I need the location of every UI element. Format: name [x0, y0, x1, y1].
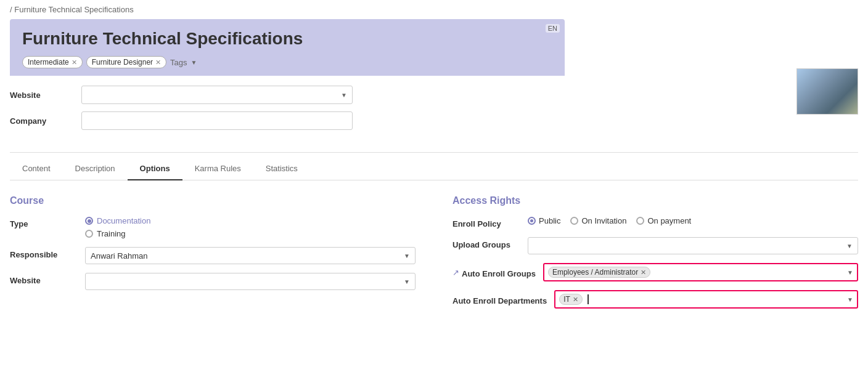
course-website-dropdown-arrow: ▼	[404, 278, 410, 285]
responsible-field: Anwari Rahman ▼	[85, 247, 416, 264]
tag-intermediate-label: Intermediate	[28, 58, 69, 67]
website-label: Website	[10, 91, 72, 100]
upload-groups-input[interactable]: ▼	[528, 237, 858, 254]
company-input[interactable]	[81, 111, 353, 130]
enroll-invitation[interactable]: On Invitation	[570, 216, 626, 225]
auto-enroll-groups-field: Employees / Administrator ✕ ▼	[543, 263, 858, 281]
company-field-row: Company	[10, 111, 441, 130]
auto-enroll-departments-dropdown-arrow[interactable]: ▼	[847, 296, 853, 303]
auto-enroll-groups-label: Auto Enroll Groups	[462, 266, 536, 280]
enroll-invitation-radio[interactable]	[570, 217, 578, 225]
auto-enroll-departments-row: Auto Enroll Departments IT ✕ ▼	[452, 290, 858, 309]
enroll-policy-field: Public On Invitation On payment	[528, 216, 858, 225]
website-dropdown-arrow: ▼	[341, 92, 347, 99]
tabs-row: Content Description Options Karma Rules …	[10, 158, 858, 180]
course-website-input[interactable]: ▼	[85, 273, 416, 290]
auto-enroll-groups-input[interactable]: Employees / Administrator ✕ ▼	[543, 263, 858, 281]
responsible-dropdown-arrow: ▼	[404, 253, 410, 259]
type-training-label: Training	[97, 229, 125, 238]
tab-description[interactable]: Description	[63, 158, 128, 180]
course-col: Course Type Documentation Training	[10, 195, 416, 317]
tab-statistics[interactable]: Statistics	[253, 158, 310, 180]
enroll-options: Public On Invitation On payment	[528, 216, 858, 225]
tab-content[interactable]: Content	[10, 158, 63, 180]
enroll-invitation-label: On Invitation	[581, 216, 626, 225]
responsible-row: Responsible Anwari Rahman ▼	[10, 247, 416, 264]
auto-enroll-groups-dropdown-arrow[interactable]: ▼	[847, 269, 853, 276]
auto-enroll-departments-chip-label: IT	[563, 295, 570, 304]
type-training[interactable]: Training	[85, 229, 416, 238]
tag-furniture-designer-label: Furniture Designer	[92, 58, 153, 67]
course-header: EN Furniture Technical Specifications In…	[10, 19, 565, 76]
tab-karma-rules[interactable]: Karma Rules	[182, 158, 253, 180]
responsible-value: Anwari Rahman	[91, 251, 148, 261]
company-label: Company	[10, 116, 72, 126]
website-field-row: Website ▼	[10, 86, 441, 104]
auto-enroll-groups-chip-label: Employees / Administrator	[552, 268, 638, 277]
type-documentation-label: Documentation	[97, 216, 150, 225]
enroll-payment[interactable]: On payment	[636, 216, 691, 225]
enroll-public-radio[interactable]	[528, 217, 536, 225]
tag-furniture-designer[interactable]: Furniture Designer ✕	[86, 56, 166, 68]
auto-enroll-groups-ext-icon[interactable]: ↗	[452, 268, 459, 277]
tag-intermediate-remove[interactable]: ✕	[72, 59, 77, 67]
enroll-public-label: Public	[539, 216, 560, 225]
enroll-payment-radio[interactable]	[636, 217, 644, 225]
tags-row: Intermediate ✕ Furniture Designer ✕ Tags…	[22, 56, 552, 68]
type-documentation-radio[interactable]	[85, 217, 93, 225]
enroll-policy-row: Enroll Policy Public On Invitation	[452, 216, 858, 228]
course-website-label: Website	[10, 273, 78, 285]
tag-furniture-designer-remove[interactable]: ✕	[155, 59, 161, 67]
auto-enroll-groups-row: ↗ Auto Enroll Groups Employees / Adminis…	[452, 263, 858, 281]
tag-intermediate[interactable]: Intermediate ✕	[22, 56, 83, 68]
tags-label: Tags	[170, 58, 187, 67]
website-input[interactable]: ▼	[81, 86, 353, 104]
enroll-public[interactable]: Public	[528, 216, 560, 225]
divider-1	[10, 152, 858, 153]
type-row: Type Documentation Training	[10, 216, 416, 238]
responsible-input[interactable]: Anwari Rahman ▼	[85, 247, 416, 264]
course-website-field: ▼	[85, 273, 416, 290]
upload-groups-label: Upload Groups	[452, 237, 520, 249]
text-cursor	[588, 294, 589, 304]
responsible-label: Responsible	[10, 247, 78, 259]
course-title: Furniture Technical Specifications	[22, 29, 552, 49]
type-training-radio[interactable]	[85, 230, 93, 238]
upload-groups-row: Upload Groups ▼	[452, 237, 858, 254]
auto-enroll-groups-chip-remove[interactable]: ✕	[641, 269, 646, 277]
auto-enroll-departments-label: Auto Enroll Departments	[452, 293, 547, 307]
tags-dropdown-arrow[interactable]: ▼	[191, 59, 197, 66]
course-thumbnail	[796, 68, 858, 115]
tab-options[interactable]: Options	[128, 158, 182, 180]
enroll-policy-label: Enroll Policy	[452, 216, 520, 228]
access-col: Access Rights Enroll Policy Public On In…	[452, 195, 858, 317]
type-options: Documentation Training	[85, 216, 416, 238]
auto-enroll-departments-chip[interactable]: IT ✕	[559, 294, 583, 305]
auto-enroll-groups-chip[interactable]: Employees / Administrator ✕	[548, 267, 650, 278]
upload-groups-field: ▼	[528, 237, 858, 254]
type-label: Type	[10, 216, 78, 228]
options-content: Course Type Documentation Training	[10, 180, 858, 317]
enroll-payment-label: On payment	[647, 216, 691, 225]
upload-groups-dropdown-arrow: ▼	[846, 243, 853, 249]
lang-badge: EN	[546, 24, 560, 33]
access-section-title: Access Rights	[452, 195, 858, 206]
basic-fields: Website ▼ Company	[10, 76, 441, 147]
auto-enroll-departments-input[interactable]: IT ✕ ▼	[554, 290, 858, 309]
breadcrumb: / Furniture Technical Specifications	[0, 0, 868, 19]
course-website-row: Website ▼	[10, 273, 416, 290]
auto-enroll-departments-chip-remove[interactable]: ✕	[573, 296, 578, 304]
course-section-title: Course	[10, 195, 416, 206]
thumbnail-image	[797, 69, 858, 114]
type-documentation[interactable]: Documentation	[85, 216, 416, 225]
auto-enroll-departments-field: IT ✕ ▼	[554, 290, 858, 309]
